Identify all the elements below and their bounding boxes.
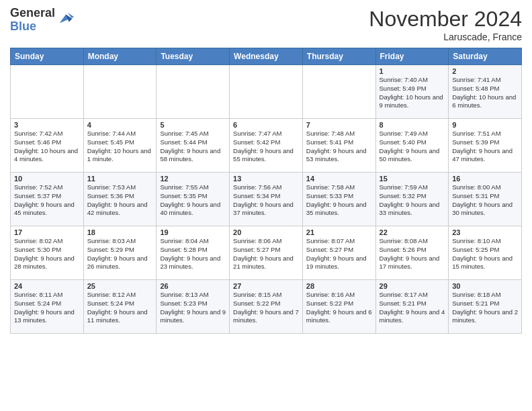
svg-marker-0 (60, 12, 74, 23)
day-number: 13 (233, 175, 299, 183)
calendar-week-4: 17Sunrise: 8:02 AM Sunset: 5:30 PM Dayli… (11, 226, 522, 280)
col-tuesday: Tuesday (157, 48, 230, 65)
day-info: Sunrise: 8:16 AM Sunset: 5:22 PM Dayligh… (306, 291, 372, 325)
calendar-table: Sunday Monday Tuesday Wednesday Thursday… (10, 48, 522, 334)
col-thursday: Thursday (302, 48, 375, 65)
day-number: 7 (306, 121, 372, 129)
calendar-cell-2-5: 15Sunrise: 7:59 AM Sunset: 5:32 PM Dayli… (375, 173, 449, 226)
day-number: 12 (160, 175, 226, 183)
calendar-cell-4-1: 25Sunrise: 8:12 AM Sunset: 5:24 PM Dayli… (83, 280, 157, 334)
day-info: Sunrise: 8:12 AM Sunset: 5:24 PM Dayligh… (87, 291, 153, 325)
calendar-cell-0-0 (11, 65, 84, 119)
calendar-cell-3-2: 19Sunrise: 8:04 AM Sunset: 5:28 PM Dayli… (157, 226, 230, 280)
day-info: Sunrise: 7:49 AM Sunset: 5:40 PM Dayligh… (380, 130, 445, 164)
day-info: Sunrise: 7:58 AM Sunset: 5:33 PM Dayligh… (306, 183, 372, 218)
header: General Blue November 2024 Laruscade, Fr… (10, 7, 522, 42)
calendar-cell-3-3: 20Sunrise: 8:06 AM Sunset: 5:27 PM Dayli… (230, 226, 303, 280)
day-number: 6 (233, 121, 299, 129)
day-number: 10 (14, 175, 80, 183)
location: Laruscade, France (369, 32, 522, 42)
day-number: 20 (233, 228, 299, 236)
calendar-cell-2-4: 14Sunrise: 7:58 AM Sunset: 5:33 PM Dayli… (302, 173, 375, 226)
calendar-cell-1-2: 5Sunrise: 7:45 AM Sunset: 5:44 PM Daylig… (157, 119, 230, 173)
calendar-cell-0-2 (157, 65, 230, 119)
day-number: 3 (14, 121, 80, 129)
calendar-cell-4-2: 26Sunrise: 8:13 AM Sunset: 5:23 PM Dayli… (157, 280, 230, 334)
day-info: Sunrise: 7:48 AM Sunset: 5:41 PM Dayligh… (306, 130, 372, 164)
calendar-cell-0-6: 2Sunrise: 7:41 AM Sunset: 5:48 PM Daylig… (449, 65, 522, 119)
title-block: November 2024 Laruscade, France (369, 7, 522, 42)
day-info: Sunrise: 7:56 AM Sunset: 5:34 PM Dayligh… (233, 183, 299, 218)
calendar-cell-4-4: 28Sunrise: 8:16 AM Sunset: 5:22 PM Dayli… (302, 280, 375, 334)
day-info: Sunrise: 8:06 AM Sunset: 5:27 PM Dayligh… (233, 237, 299, 271)
day-number: 22 (380, 228, 445, 236)
calendar-cell-1-1: 4Sunrise: 7:44 AM Sunset: 5:45 PM Daylig… (83, 119, 157, 173)
calendar-cell-0-4 (302, 65, 375, 119)
day-info: Sunrise: 8:10 AM Sunset: 5:25 PM Dayligh… (452, 237, 518, 271)
day-number: 14 (306, 175, 372, 183)
day-info: Sunrise: 7:55 AM Sunset: 5:35 PM Dayligh… (160, 183, 226, 218)
calendar-week-1: 1Sunrise: 7:40 AM Sunset: 5:49 PM Daylig… (11, 65, 522, 119)
day-number: 5 (160, 121, 226, 129)
col-monday: Monday (83, 48, 157, 65)
day-number: 1 (380, 67, 445, 75)
day-number: 4 (87, 121, 153, 129)
day-number: 25 (87, 282, 153, 290)
day-info: Sunrise: 7:42 AM Sunset: 5:46 PM Dayligh… (14, 130, 80, 164)
day-number: 2 (452, 67, 518, 75)
day-number: 30 (452, 282, 518, 290)
day-number: 15 (380, 175, 445, 183)
day-number: 8 (380, 121, 445, 129)
day-info: Sunrise: 7:59 AM Sunset: 5:32 PM Dayligh… (380, 183, 445, 218)
calendar-cell-4-5: 29Sunrise: 8:17 AM Sunset: 5:21 PM Dayli… (375, 280, 449, 334)
calendar-week-2: 3Sunrise: 7:42 AM Sunset: 5:46 PM Daylig… (11, 119, 522, 173)
col-wednesday: Wednesday (230, 48, 303, 65)
day-info: Sunrise: 8:02 AM Sunset: 5:30 PM Dayligh… (14, 237, 80, 271)
calendar-cell-1-6: 9Sunrise: 7:51 AM Sunset: 5:39 PM Daylig… (449, 119, 522, 173)
day-number: 23 (452, 228, 518, 236)
day-number: 26 (160, 282, 226, 290)
calendar-cell-2-3: 13Sunrise: 7:56 AM Sunset: 5:34 PM Dayli… (230, 173, 303, 226)
day-number: 21 (306, 228, 372, 236)
day-info: Sunrise: 7:44 AM Sunset: 5:45 PM Dayligh… (87, 130, 153, 164)
col-saturday: Saturday (449, 48, 522, 65)
day-number: 18 (87, 228, 153, 236)
logo: General Blue (10, 7, 75, 34)
page: General Blue November 2024 Laruscade, Fr… (0, 0, 532, 411)
calendar-cell-1-5: 8Sunrise: 7:49 AM Sunset: 5:40 PM Daylig… (375, 119, 449, 173)
calendar-cell-4-0: 24Sunrise: 8:11 AM Sunset: 5:24 PM Dayli… (11, 280, 84, 334)
month-title: November 2024 (369, 7, 522, 32)
calendar-cell-2-2: 12Sunrise: 7:55 AM Sunset: 5:35 PM Dayli… (157, 173, 230, 226)
col-friday: Friday (375, 48, 449, 65)
logo-general: General (10, 7, 55, 20)
day-number: 28 (306, 282, 372, 290)
calendar-cell-1-4: 7Sunrise: 7:48 AM Sunset: 5:41 PM Daylig… (302, 119, 375, 173)
calendar-cell-2-0: 10Sunrise: 7:52 AM Sunset: 5:37 PM Dayli… (11, 173, 84, 226)
calendar-cell-3-0: 17Sunrise: 8:02 AM Sunset: 5:30 PM Dayli… (11, 226, 84, 280)
day-info: Sunrise: 7:41 AM Sunset: 5:48 PM Dayligh… (452, 76, 518, 110)
day-number: 27 (233, 282, 299, 290)
day-number: 16 (452, 175, 518, 183)
calendar-cell-3-4: 21Sunrise: 8:07 AM Sunset: 5:27 PM Dayli… (302, 226, 375, 280)
day-info: Sunrise: 8:11 AM Sunset: 5:24 PM Dayligh… (14, 291, 80, 325)
day-info: Sunrise: 7:52 AM Sunset: 5:37 PM Dayligh… (14, 183, 80, 218)
day-number: 19 (160, 228, 226, 236)
day-info: Sunrise: 7:47 AM Sunset: 5:42 PM Dayligh… (233, 130, 299, 164)
calendar-cell-3-5: 22Sunrise: 8:08 AM Sunset: 5:26 PM Dayli… (375, 226, 449, 280)
calendar-cell-1-3: 6Sunrise: 7:47 AM Sunset: 5:42 PM Daylig… (230, 119, 303, 173)
day-number: 29 (380, 282, 445, 290)
day-info: Sunrise: 8:08 AM Sunset: 5:26 PM Dayligh… (380, 237, 445, 271)
day-info: Sunrise: 8:18 AM Sunset: 5:21 PM Dayligh… (452, 291, 518, 325)
day-info: Sunrise: 7:45 AM Sunset: 5:44 PM Dayligh… (160, 130, 226, 164)
calendar-header-row: Sunday Monday Tuesday Wednesday Thursday… (11, 48, 522, 65)
calendar-cell-3-1: 18Sunrise: 8:03 AM Sunset: 5:29 PM Dayli… (83, 226, 157, 280)
logo-bird-icon (56, 9, 75, 28)
calendar-cell-0-3 (230, 65, 303, 119)
col-sunday: Sunday (11, 48, 84, 65)
day-number: 24 (14, 282, 80, 290)
day-info: Sunrise: 7:51 AM Sunset: 5:39 PM Dayligh… (452, 130, 518, 164)
calendar-cell-1-0: 3Sunrise: 7:42 AM Sunset: 5:46 PM Daylig… (11, 119, 84, 173)
calendar-week-3: 10Sunrise: 7:52 AM Sunset: 5:37 PM Dayli… (11, 173, 522, 226)
day-info: Sunrise: 8:04 AM Sunset: 5:28 PM Dayligh… (160, 237, 226, 271)
day-info: Sunrise: 8:15 AM Sunset: 5:22 PM Dayligh… (233, 291, 299, 325)
